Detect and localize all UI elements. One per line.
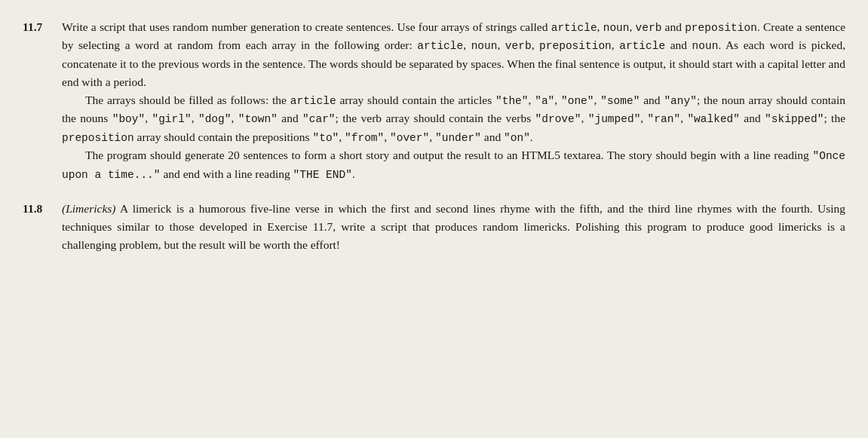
exercise-11-8-italic-title: (Limericks) [62, 202, 115, 215]
code-girl: "girl" [152, 113, 191, 125]
exercise-number-11-7: 11.7 [23, 18, 62, 183]
code-to: "to" [312, 132, 339, 144]
code-over: "over" [390, 132, 429, 144]
exercise-11-7-paragraph-1: Write a script that uses random number g… [62, 18, 845, 91]
code-car: "car" [302, 113, 336, 125]
code-article-3: article [619, 40, 665, 52]
code-noun-2: noun [471, 40, 498, 52]
code-once-upon: "Once upon a time..." [62, 150, 845, 180]
code-one: "one" [561, 95, 594, 107]
code-town: "town" [238, 113, 278, 125]
code-article: article [551, 22, 597, 34]
code-from: "from" [345, 132, 384, 144]
code-under: "under" [435, 132, 481, 144]
code-ran: "ran" [648, 113, 681, 125]
code-preposition-2: preposition [539, 40, 612, 52]
code-the: "the" [495, 95, 529, 107]
code-preposition: preposition [685, 22, 757, 34]
code-noun: noun [603, 22, 630, 34]
exercise-11-8-content: (Limericks) A limerick is a humorous fiv… [62, 200, 845, 254]
exercise-11-7-paragraph-3: The program should generate 20 sentences… [62, 146, 845, 183]
code-walked: "walked" [687, 113, 740, 125]
code-preposition-fill: preposition [62, 132, 134, 144]
exercise-11-8-paragraph-1: (Limericks) A limerick is a humorous fiv… [62, 200, 845, 254]
exercise-11-7: 11.7 Write a script that uses random num… [23, 18, 845, 183]
code-article-fill: article [290, 95, 336, 107]
code-drove: "drove" [535, 113, 581, 125]
exercise-11-7-paragraph-2: The arrays should be filled as follows: … [62, 91, 845, 146]
code-noun-3: noun [692, 40, 719, 52]
code-verb-2: verb [505, 40, 532, 52]
code-a: "a" [535, 95, 554, 107]
code-any: "any" [664, 95, 697, 107]
code-the-end: "THE END" [293, 169, 352, 181]
code-skipped: "skipped" [765, 113, 824, 125]
code-some: "some" [600, 95, 639, 107]
exercise-11-7-content: Write a script that uses random number g… [62, 18, 845, 183]
exercise-11-8: 11.8 (Limericks) A limerick is a humorou… [23, 200, 845, 254]
code-verb: verb [636, 22, 662, 34]
code-on: "on" [504, 132, 530, 144]
code-dog: "dog" [198, 113, 232, 125]
exercise-number-11-8: 11.8 [23, 200, 62, 254]
code-boy: "boy" [112, 113, 146, 125]
code-article-2: article [417, 40, 463, 52]
code-jumped: "jumped" [588, 113, 641, 125]
